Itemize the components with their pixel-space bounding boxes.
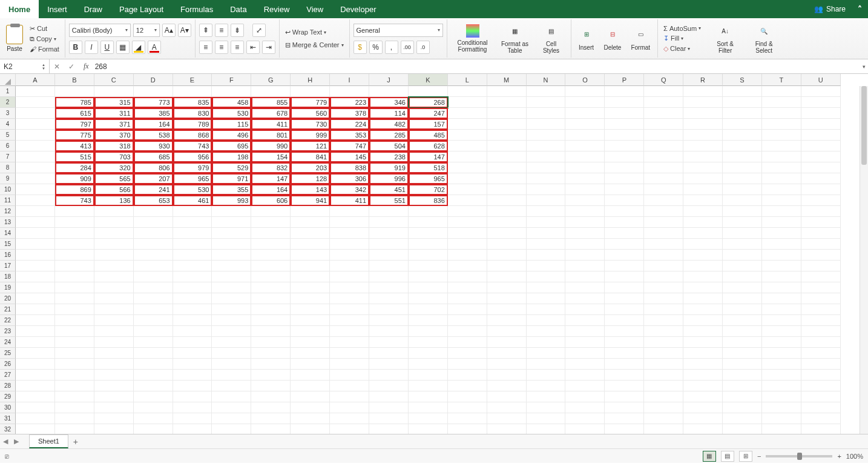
cell-L28[interactable] xyxy=(448,381,487,391)
cell-R15[interactable] xyxy=(683,239,723,250)
cell-N21[interactable] xyxy=(527,304,566,315)
cell-D18[interactable] xyxy=(134,271,173,282)
merge-center-button[interactable]: ⊟Merge & Center▾ xyxy=(283,41,346,50)
cell-R12[interactable] xyxy=(683,206,723,217)
cell-N3[interactable] xyxy=(527,108,566,119)
cell-D14[interactable] xyxy=(134,228,173,239)
cell-T3[interactable] xyxy=(762,108,801,119)
cell-N8[interactable] xyxy=(527,162,566,173)
align-middle-button[interactable]: ≡ xyxy=(215,24,228,37)
cell-I13[interactable] xyxy=(330,217,369,228)
cell-D23[interactable] xyxy=(134,326,173,337)
copy-button[interactable]: ⧉Copy▾ xyxy=(28,35,61,44)
tab-developer[interactable]: Developer xyxy=(332,0,384,18)
col-header-T[interactable]: T xyxy=(762,74,801,86)
cell-P24[interactable] xyxy=(605,337,644,348)
cell-F10[interactable]: 355 xyxy=(212,184,251,195)
cell-N12[interactable] xyxy=(527,206,566,217)
cell-A22[interactable] xyxy=(16,315,55,326)
cell-F32[interactable] xyxy=(212,424,251,434)
col-header-A[interactable]: A xyxy=(16,74,55,86)
cell-I14[interactable] xyxy=(330,228,369,239)
cell-K7[interactable]: 147 xyxy=(409,151,448,162)
col-header-C[interactable]: C xyxy=(94,74,134,86)
cell-H16[interactable] xyxy=(291,250,330,261)
cell-M22[interactable] xyxy=(487,315,527,326)
cell-E32[interactable] xyxy=(173,424,212,434)
cell-F14[interactable] xyxy=(212,228,251,239)
cell-J11[interactable]: 551 xyxy=(369,195,409,206)
font-color-button[interactable]: A xyxy=(148,41,161,54)
cell-D1[interactable] xyxy=(134,86,173,97)
cell-Q22[interactable] xyxy=(644,315,683,326)
row-header-19[interactable]: 19 xyxy=(0,282,16,293)
col-header-Q[interactable]: Q xyxy=(644,74,683,86)
cell-E13[interactable] xyxy=(173,217,212,228)
cell-U11[interactable] xyxy=(801,195,841,206)
cell-P10[interactable] xyxy=(605,184,644,195)
cell-P28[interactable] xyxy=(605,381,644,391)
cell-P3[interactable] xyxy=(605,108,644,119)
cell-S15[interactable] xyxy=(723,239,762,250)
cell-C18[interactable] xyxy=(94,271,134,282)
row-header-9[interactable]: 9 xyxy=(0,173,16,184)
cell-U2[interactable] xyxy=(801,97,841,108)
cell-G18[interactable] xyxy=(251,271,291,282)
cell-S10[interactable] xyxy=(723,184,762,195)
cell-M19[interactable] xyxy=(487,282,527,293)
cell-J23[interactable] xyxy=(369,326,409,337)
cell-B9[interactable]: 909 xyxy=(55,173,94,184)
cell-L18[interactable] xyxy=(448,271,487,282)
cell-U31[interactable] xyxy=(801,413,841,424)
cell-N10[interactable] xyxy=(527,184,566,195)
cell-E1[interactable] xyxy=(173,86,212,97)
cell-N28[interactable] xyxy=(527,381,566,391)
cell-Q10[interactable] xyxy=(644,184,683,195)
cell-styles-button[interactable]: ▤Cell Styles xyxy=(536,23,567,54)
cell-O20[interactable] xyxy=(565,293,605,304)
cell-D29[interactable] xyxy=(134,391,173,402)
cell-F5[interactable]: 496 xyxy=(212,130,251,141)
cell-D15[interactable] xyxy=(134,239,173,250)
row-header-10[interactable]: 10 xyxy=(0,184,16,195)
cell-M28[interactable] xyxy=(487,381,527,391)
cell-U29[interactable] xyxy=(801,391,841,402)
cell-H5[interactable]: 999 xyxy=(291,130,330,141)
cell-G26[interactable] xyxy=(251,359,291,370)
cell-G16[interactable] xyxy=(251,250,291,261)
cell-K17[interactable] xyxy=(409,261,448,271)
cell-S12[interactable] xyxy=(723,206,762,217)
cell-J7[interactable]: 238 xyxy=(369,151,409,162)
cell-R29[interactable] xyxy=(683,391,723,402)
cell-I4[interactable]: 224 xyxy=(330,119,369,130)
cell-B3[interactable]: 615 xyxy=(55,108,94,119)
font-size-select[interactable]: 12▾ xyxy=(133,24,160,37)
cell-T22[interactable] xyxy=(762,315,801,326)
cell-A20[interactable] xyxy=(16,293,55,304)
cell-E28[interactable] xyxy=(173,381,212,391)
cell-N19[interactable] xyxy=(527,282,566,293)
row-header-25[interactable]: 25 xyxy=(0,348,16,359)
cell-O4[interactable] xyxy=(565,119,605,130)
row-header-24[interactable]: 24 xyxy=(0,337,16,348)
cell-I11[interactable]: 411 xyxy=(330,195,369,206)
cell-N32[interactable] xyxy=(527,424,566,434)
cell-O15[interactable] xyxy=(565,239,605,250)
cell-B23[interactable] xyxy=(55,326,94,337)
cell-N7[interactable] xyxy=(527,151,566,162)
cell-J3[interactable]: 114 xyxy=(369,108,409,119)
cell-K31[interactable] xyxy=(409,413,448,424)
border-button[interactable]: ▦ xyxy=(116,41,130,54)
cell-D17[interactable] xyxy=(134,261,173,271)
cell-F18[interactable] xyxy=(212,271,251,282)
cell-B13[interactable] xyxy=(55,217,94,228)
cell-R6[interactable] xyxy=(683,141,723,151)
cell-I10[interactable]: 342 xyxy=(330,184,369,195)
page-break-view-button[interactable]: ⊞ xyxy=(739,451,752,462)
cell-J19[interactable] xyxy=(369,282,409,293)
cell-A28[interactable] xyxy=(16,381,55,391)
cell-C26[interactable] xyxy=(94,359,134,370)
cell-S9[interactable] xyxy=(723,173,762,184)
cell-T6[interactable] xyxy=(762,141,801,151)
row-header-6[interactable]: 6 xyxy=(0,141,16,151)
